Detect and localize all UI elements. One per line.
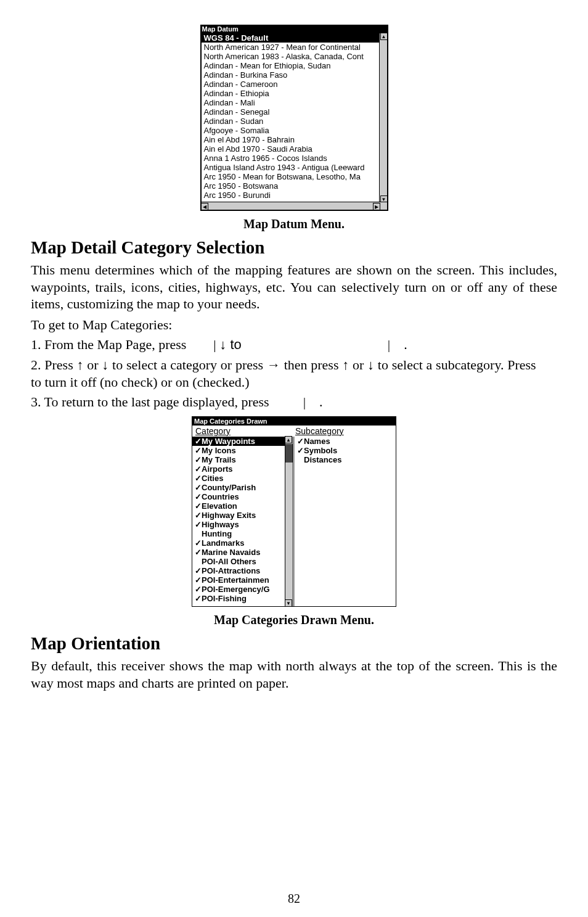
- list-item[interactable]: Adindan - Senegal: [202, 107, 380, 117]
- list-item[interactable]: ✓POI-Fishing: [192, 594, 285, 603]
- step-fragment: | .: [303, 394, 323, 409]
- step-fragment: 1. From the Map Page, press: [31, 337, 190, 352]
- list-item[interactable]: ✓My Waypoints: [192, 437, 285, 446]
- list-item[interactable]: Arc 1950 - Mean for Botswana, Lesotho, M…: [202, 172, 380, 181]
- scroll-right-icon[interactable]: ▶: [373, 203, 380, 210]
- map-datum-caption: Map Datum Menu.: [31, 217, 557, 231]
- scroll-up-icon[interactable]: ▲: [285, 436, 292, 443]
- section-heading: Map Detail Category Selection: [31, 237, 557, 258]
- step-fragment: 3. To return to the last page displayed,…: [31, 394, 272, 409]
- list-item[interactable]: ✓Elevation: [192, 501, 285, 511]
- category-list[interactable]: ✓My Waypoints ✓My Icons ✓My Trails ✓Airp…: [192, 437, 294, 606]
- list-item[interactable]: Ain el Abd 1970 - Saudi Arabia: [202, 144, 380, 154]
- list-item[interactable]: Adindan - Mean for Ethiopia, Sudan: [202, 61, 380, 70]
- list-item[interactable]: Anna 1 Astro 1965 - Cocos Islands: [202, 154, 380, 163]
- categories-caption: Map Categories Drawn Menu.: [31, 613, 557, 627]
- step-text: 2. Press ↑ or ↓ to select a category or …: [31, 356, 557, 390]
- section-heading: Map Orientation: [31, 633, 557, 654]
- list-item[interactable]: Hunting: [192, 529, 285, 538]
- list-item[interactable]: Adindan - Burkina Faso: [202, 70, 380, 80]
- list-item[interactable]: ✓POI-Entertainmen: [192, 575, 285, 585]
- list-item[interactable]: POI-All Others: [192, 557, 285, 566]
- scroll-down-icon[interactable]: ▼: [285, 599, 292, 607]
- step-fragment: | .: [388, 337, 407, 352]
- map-datum-window: Map Datum WGS 84 - Default North America…: [200, 25, 388, 211]
- subcategory-list[interactable]: ✓Names ✓Symbols Distances: [294, 437, 396, 606]
- list-item[interactable]: North American 1983 - Alaska, Canada, Co…: [202, 52, 380, 61]
- list-item[interactable]: Ain el Abd 1970 - Bahrain: [202, 135, 380, 144]
- categories-screenshot-wrap: Map Categories Drawn Category Subcategor…: [31, 416, 557, 607]
- step-fragment: ↓ to: [219, 337, 245, 352]
- horizontal-scrollbar[interactable]: ◀ ▶: [202, 202, 387, 210]
- categories-titlebar: Map Categories Drawn: [192, 417, 396, 426]
- list-item[interactable]: ✓Highway Exits: [192, 511, 285, 520]
- categories-body: ✓My Waypoints ✓My Icons ✓My Trails ✓Airp…: [192, 437, 396, 606]
- list-item[interactable]: ✓Highways: [192, 520, 285, 529]
- category-header: Category: [192, 426, 294, 436]
- map-datum-titlebar: Map Datum: [200, 25, 388, 33]
- list-item[interactable]: ✓County/Parish: [192, 483, 285, 492]
- categories-headers: Category Subcategory: [192, 426, 396, 437]
- list-item[interactable]: ✓Landmarks: [192, 538, 285, 548]
- list-item[interactable]: Adindan - Mali: [202, 98, 380, 107]
- vertical-scrollbar[interactable]: ▲ ▼: [285, 437, 293, 606]
- list-item[interactable]: ✓Countries: [192, 492, 285, 501]
- step-fragment: 2. Press ↑ or ↓ to select a category or …: [31, 357, 539, 372]
- scroll-left-icon[interactable]: ◀: [201, 203, 208, 210]
- list-item[interactable]: North American 1927 - Mean for Continent…: [202, 43, 380, 52]
- document-page: Map Datum WGS 84 - Default North America…: [0, 0, 588, 917]
- list-item[interactable]: Arc 1950 - Burundi: [202, 191, 380, 200]
- list-item[interactable]: Adindan - Sudan: [202, 117, 380, 126]
- map-datum-screenshot-wrap: Map Datum WGS 84 - Default North America…: [31, 25, 557, 211]
- list-item[interactable]: Afgooye - Somalia: [202, 126, 380, 135]
- list-item[interactable]: Adindan - Ethiopia: [202, 89, 380, 98]
- step-fragment: to turn it off (no check) or on (checked…: [31, 374, 250, 390]
- scrollbar-thumb[interactable]: [285, 444, 293, 463]
- list-item[interactable]: Antigua Island Astro 1943 - Antigua (Lee…: [202, 163, 380, 172]
- list-item[interactable]: ✓POI-Emergency/G: [192, 585, 285, 594]
- list-item[interactable]: ✓POI-Attractions: [192, 566, 285, 575]
- map-datum-listbox[interactable]: WGS 84 - Default North American 1927 - M…: [200, 33, 388, 211]
- list-item[interactable]: ✓Cities: [192, 474, 285, 483]
- step-fragment: |: [213, 337, 216, 352]
- list-item[interactable]: Adindan - Cameroon: [202, 80, 380, 89]
- categories-window: Map Categories Drawn Category Subcategor…: [192, 416, 396, 607]
- page-number: 82: [0, 892, 588, 906]
- body-text: To get to Map Categories:: [31, 316, 557, 334]
- vertical-scrollbar[interactable]: ▲ ▼: [379, 33, 387, 202]
- scroll-up-icon[interactable]: ▲: [380, 33, 388, 40]
- list-item[interactable]: ✓Symbols: [295, 446, 396, 455]
- step-text: 3. To return to the last page displayed,…: [31, 394, 557, 410]
- subcategory-header: Subcategory: [294, 426, 396, 436]
- list-item[interactable]: ✓My Trails: [192, 455, 285, 464]
- list-item[interactable]: WGS 84 - Default: [202, 33, 380, 43]
- step-text: 1. From the Map Page, press | ↓ to | .: [31, 337, 557, 353]
- body-text: This menu determines which of the mappin…: [31, 261, 557, 313]
- map-datum-list-inner: WGS 84 - Default North American 1927 - M…: [202, 33, 387, 207]
- list-item[interactable]: Distances: [295, 455, 396, 464]
- list-item[interactable]: ✓Marine Navaids: [192, 548, 285, 557]
- body-text: By default, this receiver shows the map …: [31, 657, 557, 691]
- list-item[interactable]: ✓Names: [295, 437, 396, 446]
- list-item[interactable]: Arc 1950 - Botswana: [202, 181, 380, 191]
- list-item[interactable]: ✓My Icons: [192, 446, 285, 455]
- list-item[interactable]: ✓Airports: [192, 464, 285, 474]
